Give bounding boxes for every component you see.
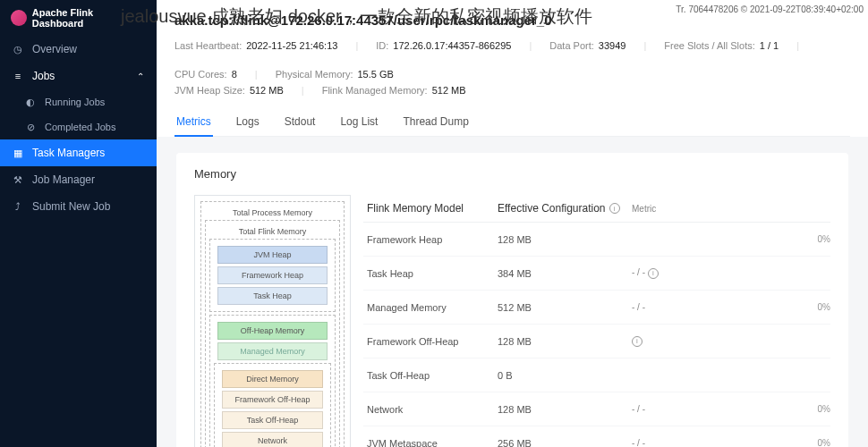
row-name: Framework Heap: [363, 234, 498, 245]
info-icon[interactable]: i: [609, 203, 620, 214]
row-conf: 256 MB: [498, 438, 632, 448]
d-managed: Managed Memory: [217, 342, 328, 360]
row-name: Managed Memory: [363, 302, 498, 313]
row-name: Task Heap: [363, 268, 498, 279]
table-row: JVM Metaspace256 MB- / -0%: [363, 426, 830, 447]
memory-table: Flink Memory Model Effective Configurati…: [363, 195, 830, 447]
row-metric: 0%: [632, 234, 830, 244]
nav-running-jobs[interactable]: ◐ Running Jobs: [0, 89, 157, 114]
meta-value: 512 MB: [250, 85, 284, 96]
th-metric: Metric: [632, 202, 830, 215]
check-icon: ⊘: [25, 122, 36, 132]
d-direct: Direct Memory: [222, 370, 323, 388]
d-jvm-heap: JVM Heap: [217, 246, 328, 264]
upload-icon: ⤴: [13, 201, 23, 212]
meta-label: ID:: [376, 40, 388, 51]
meta-label: Last Heartbeat:: [174, 40, 242, 51]
dashboard-icon: ◷: [13, 44, 23, 55]
tab-thread-dump[interactable]: Thread Dump: [401, 108, 470, 137]
row-metric: - / - i: [632, 267, 830, 279]
th-config: Effective Configuration: [498, 202, 606, 215]
memory-card: Memory Total Process Memory Total Flink …: [176, 153, 848, 447]
memory-title: Memory: [194, 167, 830, 181]
row-metric: - / -0%: [632, 302, 830, 312]
play-icon: ◐: [25, 97, 36, 107]
tab-metrics[interactable]: Metrics: [174, 108, 213, 137]
row-name: Network: [363, 404, 498, 415]
nav-jobs[interactable]: ≡ Jobs ⌃: [0, 63, 157, 89]
meta-label: JVM Heap Size:: [174, 85, 245, 96]
d-framework-heap: Framework Heap: [217, 266, 328, 284]
row-conf: 384 MB: [498, 268, 632, 279]
flink-logo-icon: [11, 10, 27, 26]
d-total-process: Total Process Memory: [205, 206, 340, 220]
row-metric: - / -0%: [632, 438, 830, 447]
info-icon[interactable]: i: [632, 336, 642, 347]
content: Memory Total Process Memory Total Flink …: [157, 137, 868, 447]
d-framework-off: Framework Off-Heap: [222, 391, 323, 409]
meta-label: Data Port:: [549, 40, 594, 51]
table-row: Framework Off-Heap128 MBi: [363, 325, 830, 358]
tab-logs[interactable]: Logs: [234, 108, 261, 137]
table-row: Network128 MB- / -0%: [363, 392, 830, 426]
table-row: Task Off-Heap0 B: [363, 358, 830, 392]
row-conf: 128 MB: [498, 336, 632, 347]
row-name: JVM Metaspace: [363, 438, 498, 448]
row-metric: - / -0%: [632, 404, 830, 414]
d-task-heap: Task Heap: [217, 287, 328, 305]
meta-row-1: Last Heartbeat:2022-11-25 21:46:13 | ID:…: [174, 40, 850, 80]
tab-loglist[interactable]: Log List: [338, 108, 379, 137]
meta-value: 1 / 1: [760, 40, 779, 51]
nav-label: Overview: [32, 43, 77, 55]
d-task-off: Task Off-Heap: [222, 411, 323, 429]
nav-label: Jobs: [32, 70, 55, 82]
meta-value: 2022-11-25 21:46:13: [246, 40, 337, 51]
meta-value: 33949: [599, 40, 626, 51]
nav-completed-jobs[interactable]: ⊘ Completed Jobs: [0, 114, 157, 139]
nav-label: Running Jobs: [45, 97, 105, 107]
meta-label: Flink Managed Memory:: [322, 85, 428, 96]
overlay-meta: Tr. 7064478206 © 2021-09-22T08:39:40+02:…: [676, 4, 864, 14]
nav-job-manager[interactable]: ⚒ Job Manager: [0, 166, 157, 193]
row-name: Framework Off-Heap: [363, 336, 498, 347]
nav-label: Job Manager: [32, 173, 95, 186]
bars-icon: ≡: [13, 71, 23, 81]
tab-stdout[interactable]: Stdout: [283, 108, 318, 137]
schedule-icon: ▦: [13, 148, 23, 158]
main-content: akka.tcp://flink@172.26.0.17:44357/user/…: [157, 0, 868, 447]
table-row: Task Heap384 MB- / - i: [363, 257, 830, 291]
meta-label: Free Slots / All Slots:: [664, 40, 754, 51]
table-row: Framework Heap128 MB0%: [363, 223, 830, 257]
nav-task-managers[interactable]: ▦ Task Managers: [0, 139, 157, 166]
meta-row-2: JVM Heap Size:512 MB | Flink Managed Mem…: [174, 85, 850, 96]
row-metric: i: [632, 335, 830, 347]
table-row: Managed Memory512 MB- / -0%: [363, 291, 830, 325]
row-name: Task Off-Heap: [363, 370, 498, 381]
nav-label: Task Managers: [32, 147, 105, 159]
sidebar: Apache Flink Dashboard ◷ Overview ≡ Jobs…: [0, 0, 157, 447]
meta-label: Physical Memory:: [276, 69, 353, 80]
meta-value: 15.5 GB: [357, 69, 393, 80]
memory-diagram: Total Process Memory Total Flink Memory …: [194, 195, 351, 447]
row-conf: 128 MB: [498, 234, 632, 245]
row-conf: 512 MB: [498, 302, 632, 313]
nav-overview[interactable]: ◷ Overview: [0, 36, 157, 63]
overlay-title: jealousvue 成熟老妇 docker，一款全新的私密视频播放软件: [121, 4, 592, 29]
nav-label: Completed Jobs: [45, 122, 116, 132]
th-model: Flink Memory Model: [363, 202, 498, 215]
row-conf: 0 B: [498, 370, 632, 381]
meta-value: 8: [232, 69, 237, 80]
meta-value: 172.26.0.17:44357-866295: [393, 40, 511, 51]
d-total-flink: Total Flink Memory: [209, 224, 336, 239]
table-header: Flink Memory Model Effective Configurati…: [363, 195, 830, 223]
nav-submit[interactable]: ⤴ Submit New Job: [0, 193, 157, 220]
meta-value: 512 MB: [432, 85, 466, 96]
info-icon[interactable]: i: [648, 268, 659, 279]
meta-label: CPU Cores:: [174, 69, 227, 80]
d-network: Network: [222, 432, 323, 447]
row-conf: 128 MB: [498, 404, 632, 415]
d-offheap: Off-Heap Memory: [217, 322, 328, 340]
tabs: Metrics Logs Stdout Log List Thread Dump: [174, 108, 850, 137]
build-icon: ⚒: [13, 174, 23, 185]
chevron-up-icon: ⌃: [137, 72, 144, 81]
